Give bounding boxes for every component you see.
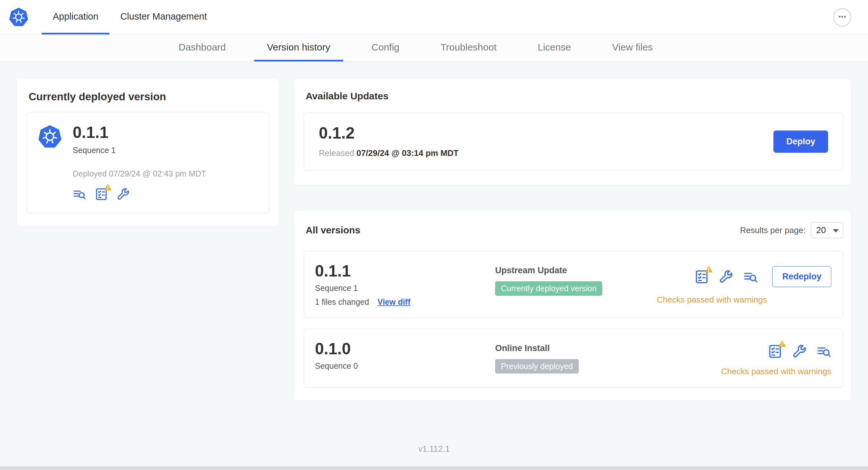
update-version-number: 0.1.2 xyxy=(319,125,459,141)
current-version-panel: 0.1.1 Sequence 1 Deployed 07/29/24 @ 02:… xyxy=(27,112,269,213)
version-number: 0.1.1 xyxy=(315,263,495,279)
currently-deployed-card: Currently deployed version 0.1.1 Sequenc… xyxy=(17,79,279,226)
deploy-button[interactable]: Deploy xyxy=(773,131,828,153)
right-column: Available Updates 0.1.2 Released 07/29/2… xyxy=(294,79,851,401)
version-info: 0.1.1 Sequence 1 1 files changed View di… xyxy=(315,263,495,307)
tab-config[interactable]: Config xyxy=(359,35,412,61)
edit-config-icon[interactable] xyxy=(792,344,807,359)
app-icon xyxy=(37,125,62,201)
results-per-page: Results per page: 20 xyxy=(740,222,843,238)
version-diff-icon[interactable] xyxy=(73,188,86,201)
results-per-page-select[interactable]: 20 xyxy=(811,222,843,238)
top-tabs: Application Cluster Management xyxy=(42,0,218,34)
app-subnav: Dashboard Version history Config Trouble… xyxy=(0,35,868,62)
console-version: v1.112.1 xyxy=(418,444,450,454)
update-row: 0.1.2 Released 07/29/24 @ 03:14 pm MDT D… xyxy=(304,112,843,171)
edit-config-icon[interactable] xyxy=(719,269,734,284)
available-updates-title: Available Updates xyxy=(306,91,843,102)
version-actions-line: Redeploy xyxy=(694,266,831,287)
version-info: 0.1.0 Sequence 0 xyxy=(315,341,495,371)
tab-license[interactable]: License xyxy=(525,35,584,61)
results-per-page-label: Results per page: xyxy=(740,225,806,235)
version-sequence: Sequence 1 xyxy=(315,283,495,293)
files-changed-count: 1 files changed xyxy=(315,297,369,307)
redeploy-button[interactable]: Redeploy xyxy=(772,266,831,287)
currently-deployed-title: Currently deployed version xyxy=(29,91,269,103)
checks-status: Checks passed with warnings xyxy=(721,367,832,376)
version-actions: Redeploy Checks passed with warnings xyxy=(657,263,832,305)
tab-dashboard[interactable]: Dashboard xyxy=(166,35,239,61)
page-footer: v1.112.1 xyxy=(0,431,868,466)
warning-triangle-icon xyxy=(103,183,112,191)
preflight-checks-warning-icon[interactable] xyxy=(768,344,782,359)
current-version-actions xyxy=(73,188,206,201)
released-label: Released xyxy=(319,148,354,158)
released-date: 07/29/24 @ 03:14 pm MDT xyxy=(356,148,459,158)
tab-view-files[interactable]: View files xyxy=(599,35,665,61)
version-source: Upstream Update Currently deployed versi… xyxy=(495,263,657,296)
checks-status: Checks passed with warnings xyxy=(657,295,832,305)
files-changed-line: 1 files changed View diff xyxy=(315,297,495,307)
source-label: Upstream Update xyxy=(495,266,657,275)
version-source: Online Install Previously deployed xyxy=(495,341,721,374)
version-actions-line xyxy=(768,344,831,359)
tab-troubleshoot[interactable]: Troubleshoot xyxy=(428,35,509,61)
warning-triangle-icon xyxy=(778,340,786,347)
all-versions-title: All versions xyxy=(306,225,360,236)
all-versions-header: All versions Results per page: 20 xyxy=(304,222,843,238)
source-label: Online Install xyxy=(495,343,721,353)
deployed-timestamp: Deployed 07/29/24 @ 02:43 pm MDT xyxy=(73,169,206,178)
results-per-page-select-wrap: 20 xyxy=(811,222,843,238)
version-row-0-1-0: 0.1.0 Sequence 0 Online Install Previous… xyxy=(304,329,843,388)
released-timestamp: Released 07/29/24 @ 03:14 pm MDT xyxy=(319,148,459,158)
edit-config-icon[interactable] xyxy=(117,188,130,201)
current-version-number: 0.1.1 xyxy=(73,125,206,140)
preflight-checks-warning-icon[interactable] xyxy=(95,188,108,201)
tab-application[interactable]: Application xyxy=(42,0,110,34)
main-content: Currently deployed version 0.1.1 Sequenc… xyxy=(0,62,868,431)
version-row-0-1-1: 0.1.1 Sequence 1 1 files changed View di… xyxy=(304,251,843,318)
version-sequence: Sequence 0 xyxy=(315,361,495,371)
more-menu-button[interactable] xyxy=(833,8,851,26)
warning-triangle-icon xyxy=(705,265,713,273)
tab-version-history[interactable]: Version history xyxy=(254,35,343,61)
view-diff-link[interactable]: View diff xyxy=(377,297,410,307)
version-actions: Checks passed with warnings xyxy=(721,341,832,376)
current-version-sequence: Sequence 1 xyxy=(73,146,206,155)
deployment-status-badge: Currently deployed version xyxy=(495,281,602,296)
bottom-edge xyxy=(0,466,868,470)
preflight-checks-warning-icon[interactable] xyxy=(694,269,709,284)
version-diff-icon[interactable] xyxy=(816,344,831,359)
ellipsis-icon xyxy=(836,10,849,24)
all-versions-card: All versions Results per page: 20 0.1.1 … xyxy=(294,210,851,401)
kubernetes-logo xyxy=(8,0,29,34)
version-number: 0.1.0 xyxy=(315,341,495,357)
version-diff-icon[interactable] xyxy=(743,269,758,284)
available-updates-card: Available Updates 0.1.2 Released 07/29/2… xyxy=(294,79,851,185)
tab-cluster-management[interactable]: Cluster Management xyxy=(110,0,218,34)
top-navbar: Application Cluster Management xyxy=(0,0,868,35)
deployment-status-badge: Previously deployed xyxy=(495,359,579,374)
